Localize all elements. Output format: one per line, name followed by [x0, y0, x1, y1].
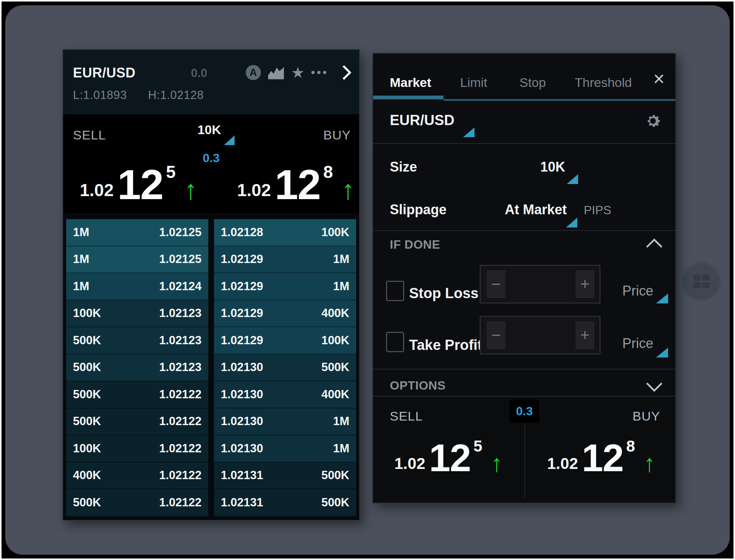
- bid-row[interactable]: 1M1.02125: [66, 246, 208, 274]
- symbol-label[interactable]: EUR/USD: [73, 65, 136, 81]
- sell-price-prefix: 1.02: [394, 456, 425, 474]
- buy-price-prefix: 1.02: [547, 456, 578, 474]
- bid-row-price: 1.02122: [159, 469, 202, 482]
- take-profit-price-mode[interactable]: Price: [622, 336, 653, 351]
- collapse-chevron-icon[interactable]: [646, 238, 663, 255]
- bid-row[interactable]: 100K1.02123: [66, 300, 208, 328]
- spread-box: 0.3: [510, 399, 539, 423]
- ask-row-size: 400K: [321, 388, 349, 401]
- take-profit-price-dropdown-icon[interactable]: [656, 348, 668, 357]
- ask-row-price: 1.02129: [221, 252, 263, 266]
- take-profit-checkbox[interactable]: [386, 332, 404, 352]
- take-profit-increment-button[interactable]: +: [575, 321, 594, 349]
- expand-chevron-icon[interactable]: [646, 376, 663, 392]
- size-dropdown-icon[interactable]: [224, 135, 235, 145]
- order-ticket-panel: Market Limit Stop Threshold × EUR/USD Si…: [372, 53, 676, 503]
- if-done-header[interactable]: IF DONE: [373, 231, 675, 257]
- sell-price-pip: 5: [473, 438, 482, 454]
- ask-row[interactable]: 1.02130500K: [214, 354, 356, 382]
- bid-row[interactable]: 1M1.02125: [66, 219, 208, 246]
- trade-size-value[interactable]: 10K: [197, 122, 221, 137]
- ask-row[interactable]: 1.02131500K: [214, 463, 356, 490]
- bid-row-size: 500K: [73, 388, 101, 401]
- ask-row[interactable]: 1.021291M: [214, 273, 356, 300]
- ask-row[interactable]: 1.02129400K: [214, 300, 356, 328]
- stop-loss-checkbox[interactable]: [386, 281, 404, 301]
- gear-icon[interactable]: [644, 112, 662, 130]
- bid-row-size: 400K: [73, 469, 101, 482]
- active-tab-underline: [373, 96, 443, 99]
- favorite-star-icon[interactable]: ★: [291, 65, 305, 80]
- options-header[interactable]: OPTIONS: [373, 369, 675, 400]
- order-type-tabs: Market Limit Stop Threshold ×: [373, 54, 675, 101]
- buy-up-arrow-icon: ↑: [341, 179, 355, 201]
- day-low-label: L:1.01893: [73, 88, 127, 102]
- take-profit-decrement-button[interactable]: −: [487, 321, 506, 349]
- bid-row-price: 1.02123: [159, 360, 202, 374]
- sell-price-button[interactable]: 1.02 12 5 ↑: [394, 438, 503, 474]
- size-dropdown-icon[interactable]: [567, 174, 578, 184]
- ask-row-size: 500K: [321, 360, 349, 374]
- bid-row-price: 1.02122: [159, 388, 202, 401]
- stop-loss-price-mode[interactable]: Price: [622, 283, 653, 299]
- size-value[interactable]: 10K: [540, 159, 565, 175]
- ask-row[interactable]: 1.02128100K: [214, 219, 356, 246]
- buy-price-button[interactable]: 1.02 12 8 ↑: [547, 438, 656, 474]
- spread-value: 0.3: [516, 404, 533, 418]
- screen-background: EUR/USD 0.0 A ★ ••• L:1.01893 H:1.02128 …: [2, 2, 733, 558]
- bid-ladder: 1M1.021251M1.021251M1.02124100K1.0212350…: [66, 219, 208, 517]
- ask-row[interactable]: 1.021301M: [214, 435, 356, 463]
- buy-price-pip: 8: [323, 163, 333, 181]
- sell-price-button[interactable]: 1.02 12 5 ↑: [80, 163, 198, 202]
- tab-threshold[interactable]: Threshold: [575, 75, 632, 90]
- sell-price-big: 12: [118, 168, 163, 202]
- ask-row[interactable]: 1.02129100K: [214, 327, 356, 354]
- home-button[interactable]: [682, 262, 721, 301]
- sell-price-big: 12: [429, 443, 470, 474]
- bid-row[interactable]: 400K1.02122: [66, 463, 208, 490]
- auto-badge-icon[interactable]: A: [246, 65, 261, 80]
- ask-row[interactable]: 1.02130400K: [214, 381, 356, 408]
- bid-row[interactable]: 1M1.02124: [66, 273, 208, 300]
- ask-row-size: 400K: [321, 306, 349, 320]
- bid-row[interactable]: 100K1.02122: [66, 435, 208, 463]
- stop-loss-increment-button[interactable]: +: [575, 270, 594, 298]
- tab-stop[interactable]: Stop: [519, 75, 546, 90]
- ask-row-price: 1.02128: [221, 226, 263, 239]
- ask-row[interactable]: 1.02131500K: [214, 489, 356, 517]
- tab-market[interactable]: Market: [390, 75, 431, 90]
- instrument-selector[interactable]: EUR/USD: [390, 112, 454, 128]
- bid-row[interactable]: 500K1.02122: [66, 381, 208, 408]
- ask-ladder: 1.02128100K1.021291M1.021291M1.02129400K…: [214, 219, 356, 517]
- bid-row[interactable]: 500K1.02123: [66, 327, 208, 354]
- stop-loss-price-dropdown-icon[interactable]: [656, 294, 668, 303]
- sell-label: SELL: [390, 409, 423, 424]
- tab-limit[interactable]: Limit: [460, 75, 487, 90]
- chart-icon[interactable]: [267, 65, 285, 80]
- bid-row-price: 1.02124: [159, 280, 202, 293]
- bid-row[interactable]: 500K1.02123: [66, 354, 208, 382]
- bid-row[interactable]: 500K1.02122: [66, 408, 208, 436]
- stop-loss-decrement-button[interactable]: −: [487, 270, 506, 298]
- slippage-dropdown-icon[interactable]: [566, 218, 577, 227]
- bid-row-size: 500K: [73, 360, 101, 374]
- ticket-quote-footer: SELL BUY 0.3 1.02 12 5 ↑ 1.02 12 8 ↑: [373, 396, 675, 503]
- bid-row[interactable]: 500K1.02122: [66, 489, 208, 517]
- bid-row-price: 1.02125: [159, 226, 202, 239]
- ask-row[interactable]: 1.021301M: [214, 408, 356, 436]
- change-value: 0.0: [191, 67, 207, 80]
- ask-row-size: 500K: [321, 496, 349, 509]
- sell-up-arrow-icon: ↑: [491, 454, 503, 473]
- ask-row[interactable]: 1.021291M: [214, 246, 356, 274]
- expand-chevron-icon[interactable]: [336, 65, 352, 80]
- more-options-icon[interactable]: •••: [311, 65, 329, 80]
- slippage-label: Slippage: [390, 202, 447, 218]
- take-profit-stepper: − +: [480, 316, 600, 354]
- slippage-value[interactable]: At Market: [505, 202, 567, 218]
- take-profit-row: Take Profit − + Price: [373, 316, 675, 369]
- close-icon[interactable]: ×: [653, 69, 665, 88]
- bid-row-price: 1.02122: [159, 442, 202, 455]
- buy-price-button[interactable]: 1.02 12 8 ↑: [237, 163, 355, 202]
- watchlist-header: EUR/USD 0.0 A ★ ••• L:1.01893 H:1.02128: [63, 50, 359, 114]
- instrument-dropdown-icon[interactable]: [463, 127, 474, 137]
